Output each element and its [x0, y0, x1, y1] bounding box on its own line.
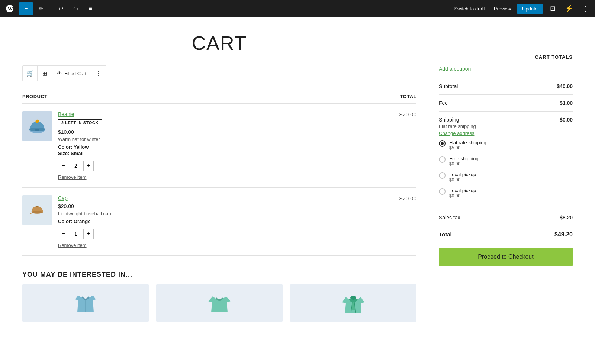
subtotal-row: Subtotal $40.00: [439, 78, 573, 94]
page-title: CART: [22, 32, 416, 54]
shipping-option-text-2: Free shipping $0.00: [449, 156, 479, 167]
change-address-link[interactable]: Change address: [439, 131, 560, 136]
total-col-header: TOTAL: [353, 90, 416, 103]
table-row: Beanie 2 LEFT IN STOCK $10.00 Warm hat f…: [22, 103, 416, 188]
radio-local-pickup-1[interactable]: [439, 172, 446, 179]
edit-button[interactable]: ✏: [34, 2, 48, 15]
local-pickup-1-label: Local pickup: [449, 172, 476, 177]
local-pickup-1-price: $0.00: [449, 177, 476, 183]
related-card-3[interactable]: [290, 284, 416, 322]
wp-logo[interactable]: [3, 2, 16, 15]
related-card-1[interactable]: [22, 284, 149, 322]
radio-local-pickup-2[interactable]: [439, 188, 446, 195]
shipping-option-text-3: Local pickup $0.00: [449, 172, 476, 183]
product-details: Beanie 2 LEFT IN STOCK $10.00 Warm hat f…: [58, 111, 353, 180]
add-coupon-link[interactable]: Add a coupon: [439, 66, 573, 72]
svg-point-2: [36, 120, 39, 123]
product-cell-cap: Cap $20.00 Lightweight baseball cap Colo…: [22, 188, 353, 256]
pencil-icon: ✏: [39, 6, 43, 12]
product-desc-beanie: Warm hat for winter: [58, 136, 353, 142]
local-pickup-2-label: Local pickup: [449, 188, 476, 193]
product-name-beanie[interactable]: Beanie: [58, 111, 353, 117]
sidebar: CART TOTALS Add a coupon Subtotal $40.00…: [439, 32, 573, 322]
qty-input-cap[interactable]: [68, 229, 83, 239]
cap-image: [22, 195, 52, 225]
more-options-button[interactable]: ⋮: [579, 2, 592, 15]
add-block-button[interactable]: +: [19, 2, 33, 15]
more-options-icon: ⋮: [582, 4, 589, 13]
undo-icon: ↩: [58, 5, 63, 12]
related-products: [22, 284, 416, 322]
beanie-image: [22, 111, 52, 141]
cart-icon-button[interactable]: 🛒: [23, 66, 38, 81]
free-shipping-label: Free shipping: [449, 156, 479, 161]
sales-tax-row: Sales tax $8.20: [439, 209, 573, 226]
qty-decrement-beanie[interactable]: −: [58, 161, 68, 171]
shipping-option-2: Free shipping $0.00: [439, 156, 560, 167]
layout-icon-button[interactable]: ⊡: [546, 2, 559, 15]
plus-icon: +: [24, 5, 28, 12]
color-label-cap: Color:: [58, 219, 72, 224]
shipping-option-4: Local pickup $0.00: [439, 188, 560, 199]
sales-tax-value: $8.20: [560, 215, 573, 220]
product-price-beanie: $10.00: [58, 129, 353, 135]
shipping-option-text-1: Flat rate shipping $5.00: [449, 140, 486, 151]
radio-free-shipping[interactable]: [439, 156, 446, 163]
eye-icon: 👁: [57, 70, 62, 76]
main-content: CART 🛒 ▦ 👁 Filled Cart ⋮ PRODUCT TOTAL: [22, 32, 416, 322]
layout-icon: ⊡: [550, 4, 556, 13]
row-total-beanie: $20.00: [353, 103, 416, 188]
size-label: Size:: [58, 151, 69, 156]
qty-increment-cap[interactable]: +: [83, 229, 94, 239]
flat-rate-label: Flat rate shipping: [449, 140, 486, 145]
qty-input-beanie[interactable]: [68, 161, 83, 171]
block-toolbar: 🛒 ▦ 👁 Filled Cart ⋮: [22, 65, 106, 81]
related-card-2[interactable]: [156, 284, 283, 322]
product-color-beanie: Color: Yellow: [58, 144, 353, 150]
color-value-cap: Orange: [74, 219, 91, 224]
checkout-button[interactable]: Proceed to Checkout: [439, 248, 573, 266]
product-cell: Beanie 2 LEFT IN STOCK $10.00 Warm hat f…: [22, 103, 353, 188]
undo-button[interactable]: ↩: [54, 2, 67, 15]
lightning-icon: ⚡: [565, 4, 573, 13]
cart-row-product-cap: Cap $20.00 Lightweight baseball cap Colo…: [22, 195, 353, 248]
cart-totals-title: CART TOTALS: [439, 54, 573, 60]
svg-point-5: [36, 206, 38, 207]
update-button[interactable]: Update: [517, 4, 543, 14]
lightning-icon-button[interactable]: ⚡: [562, 2, 576, 15]
quantity-control-beanie: − +: [58, 161, 353, 171]
qty-increment-beanie[interactable]: +: [83, 161, 94, 171]
shipping-option-text-4: Local pickup $0.00: [449, 188, 476, 199]
block-more-icon: ⋮: [96, 70, 102, 77]
remove-item-cap[interactable]: Remove item: [58, 242, 87, 248]
color-label: Color:: [58, 144, 72, 150]
columns-icon: ▦: [42, 70, 47, 76]
redo-icon: ↪: [73, 5, 78, 12]
filled-cart-label: Filled Cart: [64, 71, 86, 76]
topbar-right: Switch to draft Preview Update ⊡ ⚡ ⋮: [451, 2, 592, 15]
remove-item-beanie[interactable]: Remove item: [58, 174, 87, 180]
radio-flat-rate[interactable]: [439, 140, 446, 147]
subtotal-label: Subtotal: [439, 83, 458, 89]
color-value: Yellow: [74, 144, 89, 150]
filled-cart-option[interactable]: 👁 Filled Cart: [52, 66, 91, 81]
list-view-icon: ≡: [89, 5, 92, 12]
quantity-control-cap: − +: [58, 229, 353, 239]
block-more-options-button[interactable]: ⋮: [91, 66, 106, 81]
product-desc-cap: Lightweight baseball cap: [58, 211, 353, 216]
subtotal-value: $40.00: [557, 83, 573, 89]
redo-button[interactable]: ↪: [69, 2, 82, 15]
preview-button[interactable]: Preview: [491, 4, 514, 13]
shipping-row: Shipping Flat rate shipping Change addre…: [439, 111, 573, 209]
product-size-beanie: Size: Small: [58, 151, 353, 156]
columns-icon-button[interactable]: ▦: [38, 66, 52, 81]
fee-value: $1.00: [560, 100, 573, 106]
switch-to-draft-button[interactable]: Switch to draft: [451, 4, 488, 13]
product-name-cap[interactable]: Cap: [58, 195, 353, 201]
table-row: Cap $20.00 Lightweight baseball cap Colo…: [22, 188, 416, 256]
related-heading: YOU MAY BE INTERESTED IN...: [22, 271, 416, 278]
svg-point-3: [35, 129, 39, 131]
flat-rate-price: $5.00: [449, 145, 486, 151]
list-view-button[interactable]: ≡: [84, 2, 97, 15]
qty-decrement-cap[interactable]: −: [58, 229, 68, 239]
